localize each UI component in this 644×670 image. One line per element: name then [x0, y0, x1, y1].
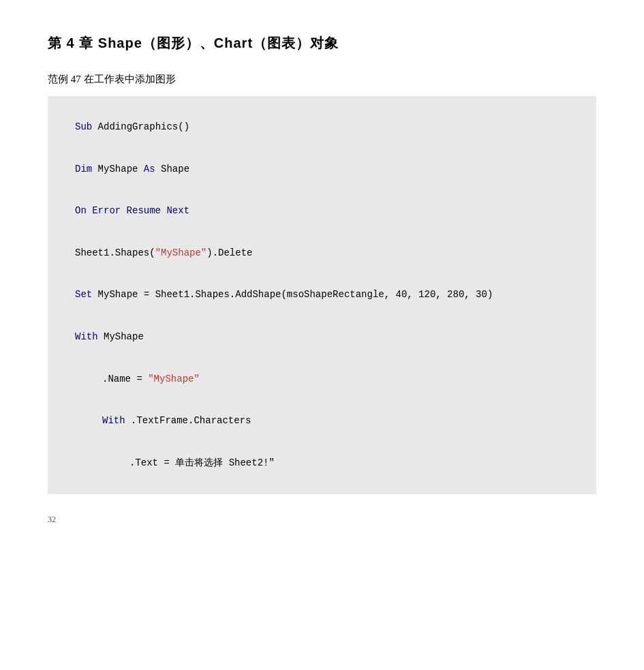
code-line-8: With .TextFrame.Characters [75, 410, 569, 431]
code-line-blank-8 [75, 431, 569, 453]
code-line-3: On Error Resume Next [75, 200, 569, 222]
code-line-blank-5 [75, 305, 569, 326]
code-line-5: Set MyShape = Sheet1.Shapes.AddShape(mso… [75, 284, 569, 305]
code-line-6: With MyShape [75, 326, 569, 348]
code-line-blank-3 [75, 222, 569, 243]
code-line-4: Sheet1.Shapes("MyShape").Delete [75, 243, 569, 264]
code-line-blank-2 [75, 179, 569, 200]
code-block: Sub AddingGraphics() Dim MyShape As Shap… [48, 96, 596, 494]
code-line-7: .Name = "MyShape" [75, 369, 569, 390]
code-line-1: Sub AddingGraphics() [75, 117, 569, 138]
code-line-9: .Text = 单击将选择 Sheet2!" [75, 453, 569, 474]
code-line-2: Dim MyShape As Shape [75, 159, 569, 180]
code-line-blank-6 [75, 348, 569, 369]
code-line-blank-4 [75, 264, 569, 285]
example-label: 范例 47 在工作表中添加图形 [48, 73, 596, 86]
code-line-blank-1 [75, 138, 569, 159]
page-number: 32 [48, 515, 596, 525]
code-line-blank-7 [75, 389, 569, 410]
chapter-title: 第 4 章 Shape（图形）、Chart（图表）对象 [48, 34, 596, 52]
